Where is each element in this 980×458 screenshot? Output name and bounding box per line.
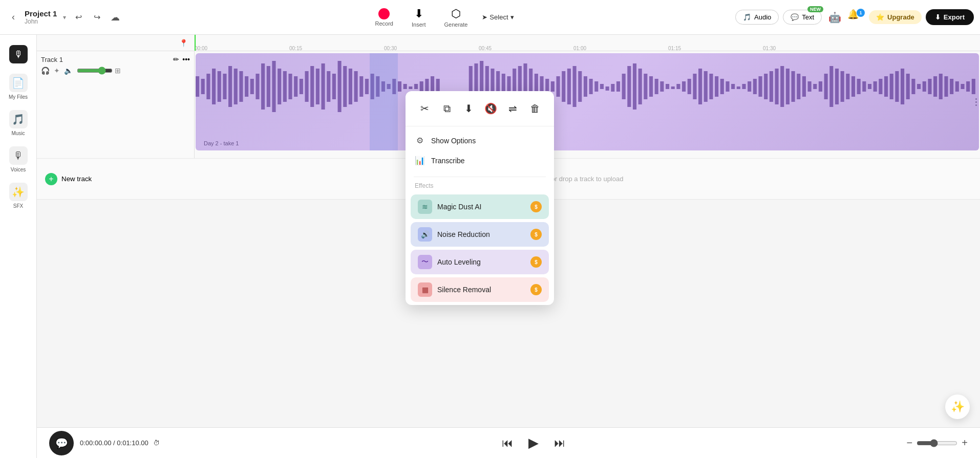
back-button[interactable]: ‹ (6, 10, 20, 25)
timeline-mark-0: 00:00 (195, 46, 289, 51)
selection-overlay (370, 53, 398, 150)
svg-rect-100 (770, 71, 773, 102)
text-button[interactable]: 💬 Text NEW (783, 10, 822, 25)
svg-rect-60 (551, 81, 555, 92)
audio-clip-1[interactable]: Day 2 - take 1 (196, 53, 979, 150)
timeline-mark-2: 00:30 (384, 46, 479, 51)
cm-download-button[interactable]: ⬇ (459, 98, 479, 119)
svg-rect-62 (562, 71, 565, 102)
play-button[interactable]: ▶ (523, 433, 544, 453)
track-edit-button[interactable]: ✏ (173, 55, 179, 63)
svg-rect-130 (933, 76, 937, 97)
effect-noise-reduction[interactable]: 🔊 Noise Reduction $ (411, 222, 549, 247)
drop-zone: or drop a track to upload (195, 159, 980, 199)
sidebar-item-sfx[interactable]: ✨ SFX (3, 179, 34, 213)
cm-split-button[interactable]: ⇌ (503, 98, 523, 119)
effect-noise-left: 🔊 Noise Reduction (418, 227, 490, 242)
chat-button[interactable]: 💬 (49, 431, 74, 455)
track-volume-icon: 🔈 (64, 67, 73, 75)
svg-rect-27 (343, 66, 347, 107)
svg-rect-81 (666, 84, 669, 89)
svg-rect-128 (923, 81, 926, 92)
generate-button[interactable]: ⬡ Generate (440, 5, 472, 30)
sidebar-item-brand: 🎙 (3, 41, 34, 68)
sidebar-item-music[interactable]: 🎵 Music (3, 106, 34, 140)
volume-slider[interactable] (77, 67, 113, 75)
rewind-button[interactable]: ⏮ (502, 437, 513, 450)
zoom-controls: − + (907, 437, 968, 449)
svg-rect-31 (365, 79, 369, 94)
add-track-button[interactable]: + New track (37, 159, 195, 199)
svg-rect-95 (742, 84, 745, 89)
svg-rect-103 (786, 69, 790, 104)
magic-dust-icon: ≋ (418, 200, 432, 214)
cm-divider (414, 177, 546, 177)
svg-rect-39 (409, 86, 412, 89)
record-icon (378, 8, 390, 19)
cm-copy-button[interactable]: ⧉ (437, 98, 457, 119)
cm-effects-label: Effects (406, 179, 554, 191)
svg-rect-116 (857, 79, 861, 94)
cm-mute-button[interactable]: 🔇 (481, 98, 501, 119)
cm-transcribe-label: Transcribe (431, 157, 465, 165)
fast-forward-button[interactable]: ⏭ (554, 437, 565, 450)
track-more-dots-button[interactable]: ⊞ (115, 67, 121, 75)
svg-rect-111 (829, 66, 833, 107)
bottom-bar: 💬 0:00:00.00 / 0:01:10.00 ⏱ ⏮ ▶ ⏭ − + (37, 427, 980, 458)
silence-removal-icon: ▦ (418, 282, 432, 297)
undo-button[interactable]: ↩ (70, 9, 87, 26)
cloud-save-button[interactable]: ☁ (107, 9, 123, 26)
track-controls-1: Track 1 ✏ ••• 🎧 ✦ 🔈 ⊞ (37, 51, 195, 158)
svg-rect-118 (868, 84, 871, 89)
notifications-button[interactable]: 🔔 1 (847, 9, 865, 26)
cm-cut-button[interactable]: ✂ (415, 98, 435, 119)
audio-button[interactable]: 🎵 Audio (735, 10, 779, 25)
ai-fab-button[interactable]: ✨ (945, 395, 970, 419)
svg-rect-40 (414, 84, 418, 89)
toolbar: ‹ Project 1 John ▾ ↩ ↪ ☁ Record ⬇ Insert… (0, 0, 980, 35)
export-button[interactable]: ⬇ Export (926, 9, 974, 25)
effect-silence-removal[interactable]: ▦ Silence Removal $ (411, 277, 549, 302)
svg-rect-25 (332, 74, 336, 99)
zoom-out-button[interactable]: − (907, 437, 913, 449)
svg-rect-124 (901, 69, 904, 104)
redo-button[interactable]: ↪ (89, 9, 105, 26)
timer-icon: ⏱ (153, 439, 160, 447)
export-icon: ⬇ (935, 13, 941, 21)
record-button[interactable]: Record (371, 6, 397, 29)
effect-magic-left: ≋ Magic Dust AI (418, 200, 481, 214)
svg-rect-82 (671, 86, 675, 89)
insert-button[interactable]: ⬇ Insert (408, 5, 430, 30)
svg-rect-68 (594, 81, 598, 92)
cm-show-options-item[interactable]: ⚙ Show Options (406, 130, 554, 150)
clip-label: Day 2 - take 1 (204, 140, 239, 146)
svg-rect-79 (655, 79, 658, 94)
track-content-1[interactable]: Day 2 - take 1 (195, 51, 980, 158)
cm-transcribe-item[interactable]: 📊 Transcribe (406, 150, 554, 170)
svg-rect-67 (589, 79, 593, 94)
select-button[interactable]: ➤ Select ▾ (482, 13, 514, 21)
upgrade-label: Upgrade (887, 13, 914, 21)
track-headphone-button[interactable]: 🎧 (41, 67, 50, 75)
track-action-buttons: ✏ ••• (173, 55, 190, 63)
svg-rect-84 (682, 81, 686, 92)
track-more-button[interactable]: ••• (182, 55, 190, 63)
svg-rect-72 (616, 81, 620, 92)
magic-dust-coin: $ (530, 201, 542, 212)
project-dropdown-arrow[interactable]: ▾ (63, 14, 66, 21)
zoom-slider[interactable] (917, 439, 957, 447)
sidebar-item-my-files[interactable]: 📄 My Files (3, 70, 34, 104)
ai-suggestions-button[interactable]: 🤖 (826, 9, 843, 26)
zoom-in-button[interactable]: + (962, 437, 968, 449)
svg-rect-73 (622, 74, 626, 99)
upgrade-button[interactable]: ⭐ Upgrade (869, 10, 922, 24)
effect-auto-leveling[interactable]: 〜 Auto Leveling $ (411, 250, 549, 274)
svg-rect-77 (644, 74, 647, 99)
effect-magic-dust[interactable]: ≋ Magic Dust AI $ (411, 194, 549, 219)
cm-delete-button[interactable]: 🗑 (525, 98, 545, 119)
export-label: Export (944, 13, 965, 21)
clip-resize-handle[interactable] (973, 86, 979, 117)
track-sparkle-button[interactable]: ✦ (54, 67, 60, 75)
toolbar-left: ‹ Project 1 John ▾ ↩ ↪ ☁ (6, 9, 150, 26)
sidebar-item-voices[interactable]: 🎙 Voices (3, 142, 34, 177)
